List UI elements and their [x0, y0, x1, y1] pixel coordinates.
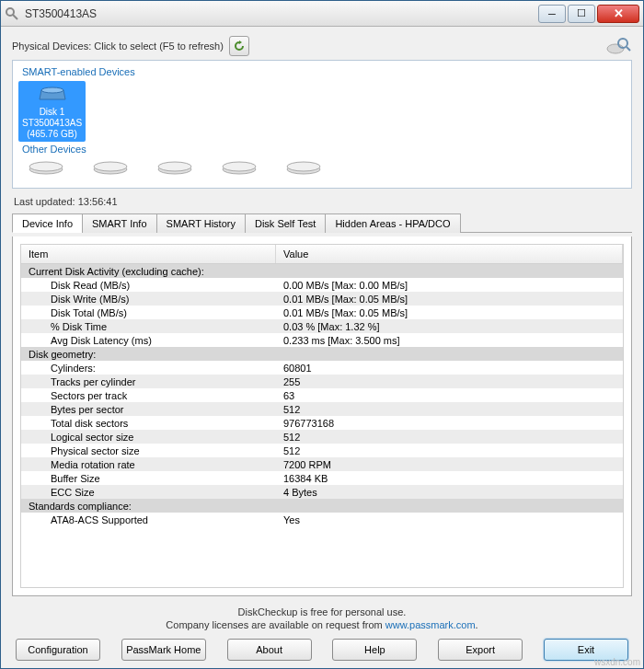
tab-disk-self-test[interactable]: Disk Self Test [245, 213, 326, 233]
passmark-link[interactable]: www.passmark.com [385, 619, 476, 630]
table-row: Buffer Size16384 KB [21, 471, 623, 485]
svg-point-13 [223, 162, 256, 171]
device-disk-1[interactable]: Disk 1 ST3500413AS (465.76 GB) [18, 81, 86, 142]
device-info-grid: Item Value Current Disk Activity (exclud… [20, 244, 624, 588]
tab-device-info[interactable]: Device Info [12, 213, 83, 233]
table-row: Physical sector size512 [21, 444, 623, 457]
titlebar: ST3500413AS ─ ☐ ✕ [1, 1, 643, 27]
other-device-icon[interactable] [92, 158, 129, 175]
help-button[interactable]: Help [332, 639, 417, 661]
svg-point-5 [41, 87, 63, 93]
table-row: Disk Total (MB/s)0.01 MB/s [Max: 0.05 MB… [21, 306, 623, 319]
svg-point-7 [29, 162, 63, 171]
other-device-icon[interactable] [28, 158, 64, 175]
device-panel: SMART-enabled Devices Disk 1 ST3500413AS… [12, 60, 632, 189]
watermark: wsxdn.com [594, 657, 640, 667]
table-row: ECC Size4 Bytes [21, 485, 623, 499]
table-row: Avg Disk Latency (ms)0.233 ms [Max: 3.50… [21, 333, 623, 347]
table-row: Current Disk Activity (excluding cache): [21, 264, 623, 278]
table-row: Cylinders:60801 [21, 361, 623, 375]
device-line2: ST3500413AS [22, 118, 82, 129]
about-button[interactable]: About [227, 639, 312, 661]
other-device-icon[interactable] [221, 158, 258, 175]
table-row: Disk Read (MB/s)0.00 MB/s [Max: 0.00 MB/… [21, 278, 623, 292]
refresh-icon [233, 40, 246, 52]
hdd-icon [38, 85, 67, 105]
configuration-button[interactable]: Configuration [16, 639, 100, 661]
tab-strip: Device Info SMART Info SMART History Dis… [12, 213, 632, 233]
footer-line1: DiskCheckup is free for personal use. [12, 606, 632, 618]
maximize-button[interactable]: ☐ [568, 5, 595, 23]
device-line1: Disk 1 [22, 107, 82, 118]
svg-point-0 [6, 8, 14, 16]
tab-smart-info[interactable]: SMART Info [82, 213, 157, 233]
device-line3: (465.76 GB) [22, 129, 82, 140]
table-row: % Disk Time0.03 % [Max: 1.32 %] [21, 319, 623, 333]
table-row: Disk Write (MB/s)0.01 MB/s [Max: 0.05 MB… [21, 292, 623, 306]
footer-text: DiskCheckup is free for personal use. Co… [12, 606, 632, 631]
button-row: Configuration PassMark Home About Help E… [12, 635, 632, 661]
table-row: Tracks per cylinder255 [21, 375, 623, 388]
table-row: Logical sector size512 [21, 430, 623, 444]
svg-line-4 [627, 47, 630, 51]
grid-body[interactable]: Current Disk Activity (excluding cache):… [21, 264, 623, 587]
tab-hidden-areas[interactable]: Hidden Areas - HPA/DCO [325, 213, 460, 233]
search-disk-icon[interactable] [606, 36, 632, 56]
table-row: Total disk sectors976773168 [21, 416, 623, 430]
table-row: Bytes per sector512 [21, 402, 623, 416]
svg-line-1 [13, 15, 17, 19]
svg-point-2 [607, 44, 624, 53]
column-value[interactable]: Value [276, 245, 623, 263]
column-item[interactable]: Item [21, 245, 276, 263]
table-row: Sectors per track63 [21, 388, 623, 402]
refresh-button[interactable] [229, 36, 249, 56]
export-button[interactable]: Export [438, 639, 523, 661]
table-row: ATA8-ACS SupportedYes [21, 513, 623, 526]
footer-line2: Company licenses are available on reques… [12, 618, 632, 631]
passmark-home-button[interactable]: PassMark Home [121, 639, 206, 661]
app-icon [5, 6, 19, 21]
other-device-icon[interactable] [156, 158, 193, 175]
other-group-header: Other Devices [22, 144, 626, 155]
close-button[interactable]: ✕ [597, 5, 639, 23]
tab-smart-history[interactable]: SMART History [156, 213, 246, 233]
svg-point-9 [94, 162, 127, 171]
table-row: Disk geometry: [21, 347, 623, 361]
other-device-icon[interactable] [285, 158, 322, 175]
tab-body: Item Value Current Disk Activity (exclud… [12, 236, 632, 596]
last-updated-label: Last updated: 13:56:41 [14, 196, 632, 207]
table-row: Standards compliance: [21, 499, 623, 513]
table-row: Media rotation rate7200 RPM [21, 457, 623, 471]
minimize-button[interactable]: ─ [538, 5, 566, 23]
app-window: ST3500413AS ─ ☐ ✕ Physical Devices: Clic… [0, 0, 644, 669]
svg-point-15 [287, 162, 320, 171]
smart-group-header: SMART-enabled Devices [22, 66, 626, 77]
svg-point-11 [158, 162, 191, 171]
physical-devices-label: Physical Devices: Click to select (F5 to… [12, 40, 224, 52]
window-title: ST3500413AS [25, 7, 536, 20]
